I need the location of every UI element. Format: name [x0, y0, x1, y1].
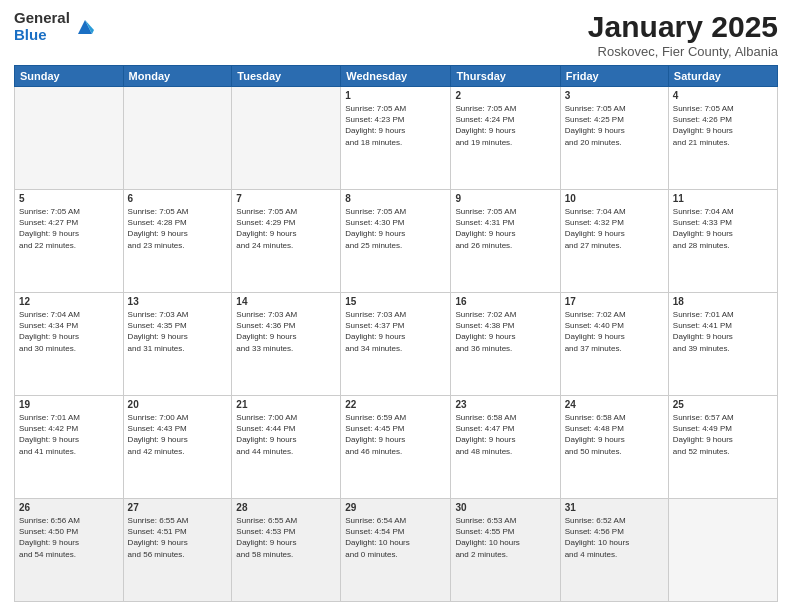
calendar-cell: 18Sunrise: 7:01 AM Sunset: 4:41 PM Dayli… [668, 293, 777, 396]
calendar-cell [15, 87, 124, 190]
calendar-cell: 20Sunrise: 7:00 AM Sunset: 4:43 PM Dayli… [123, 396, 232, 499]
weekday-header-wednesday: Wednesday [341, 66, 451, 87]
day-info: Sunrise: 7:03 AM Sunset: 4:37 PM Dayligh… [345, 309, 446, 354]
day-number: 29 [345, 502, 446, 513]
calendar-cell: 19Sunrise: 7:01 AM Sunset: 4:42 PM Dayli… [15, 396, 124, 499]
calendar-cell: 8Sunrise: 7:05 AM Sunset: 4:30 PM Daylig… [341, 190, 451, 293]
month-title: January 2025 [588, 10, 778, 44]
calendar-cell: 23Sunrise: 6:58 AM Sunset: 4:47 PM Dayli… [451, 396, 560, 499]
header: General Blue January 2025 Roskovec, Fier… [14, 10, 778, 59]
day-number: 31 [565, 502, 664, 513]
weekday-header-tuesday: Tuesday [232, 66, 341, 87]
calendar-cell: 4Sunrise: 7:05 AM Sunset: 4:26 PM Daylig… [668, 87, 777, 190]
day-info: Sunrise: 6:54 AM Sunset: 4:54 PM Dayligh… [345, 515, 446, 560]
calendar-cell: 1Sunrise: 7:05 AM Sunset: 4:23 PM Daylig… [341, 87, 451, 190]
day-number: 11 [673, 193, 773, 204]
day-info: Sunrise: 7:04 AM Sunset: 4:34 PM Dayligh… [19, 309, 119, 354]
logo: General Blue [14, 10, 96, 43]
day-number: 10 [565, 193, 664, 204]
weekday-header-monday: Monday [123, 66, 232, 87]
calendar-table: SundayMondayTuesdayWednesdayThursdayFrid… [14, 65, 778, 602]
day-info: Sunrise: 7:05 AM Sunset: 4:24 PM Dayligh… [455, 103, 555, 148]
day-info: Sunrise: 7:02 AM Sunset: 4:40 PM Dayligh… [565, 309, 664, 354]
calendar-cell: 3Sunrise: 7:05 AM Sunset: 4:25 PM Daylig… [560, 87, 668, 190]
day-number: 27 [128, 502, 228, 513]
day-number: 8 [345, 193, 446, 204]
day-info: Sunrise: 7:05 AM Sunset: 4:23 PM Dayligh… [345, 103, 446, 148]
day-number: 21 [236, 399, 336, 410]
day-number: 30 [455, 502, 555, 513]
calendar-cell: 13Sunrise: 7:03 AM Sunset: 4:35 PM Dayli… [123, 293, 232, 396]
day-info: Sunrise: 7:03 AM Sunset: 4:36 PM Dayligh… [236, 309, 336, 354]
day-info: Sunrise: 7:05 AM Sunset: 4:25 PM Dayligh… [565, 103, 664, 148]
calendar-cell: 26Sunrise: 6:56 AM Sunset: 4:50 PM Dayli… [15, 499, 124, 602]
day-info: Sunrise: 7:05 AM Sunset: 4:29 PM Dayligh… [236, 206, 336, 251]
calendar-cell: 29Sunrise: 6:54 AM Sunset: 4:54 PM Dayli… [341, 499, 451, 602]
day-info: Sunrise: 7:05 AM Sunset: 4:28 PM Dayligh… [128, 206, 228, 251]
week-row-0: 1Sunrise: 7:05 AM Sunset: 4:23 PM Daylig… [15, 87, 778, 190]
day-info: Sunrise: 7:05 AM Sunset: 4:27 PM Dayligh… [19, 206, 119, 251]
day-info: Sunrise: 7:00 AM Sunset: 4:44 PM Dayligh… [236, 412, 336, 457]
day-number: 7 [236, 193, 336, 204]
day-number: 28 [236, 502, 336, 513]
calendar-cell: 21Sunrise: 7:00 AM Sunset: 4:44 PM Dayli… [232, 396, 341, 499]
week-row-4: 26Sunrise: 6:56 AM Sunset: 4:50 PM Dayli… [15, 499, 778, 602]
day-number: 25 [673, 399, 773, 410]
day-number: 16 [455, 296, 555, 307]
day-number: 14 [236, 296, 336, 307]
weekday-header-row: SundayMondayTuesdayWednesdayThursdayFrid… [15, 66, 778, 87]
week-row-3: 19Sunrise: 7:01 AM Sunset: 4:42 PM Dayli… [15, 396, 778, 499]
day-number: 15 [345, 296, 446, 307]
week-row-2: 12Sunrise: 7:04 AM Sunset: 4:34 PM Dayli… [15, 293, 778, 396]
weekday-header-thursday: Thursday [451, 66, 560, 87]
calendar-cell: 9Sunrise: 7:05 AM Sunset: 4:31 PM Daylig… [451, 190, 560, 293]
day-number: 2 [455, 90, 555, 101]
day-info: Sunrise: 6:59 AM Sunset: 4:45 PM Dayligh… [345, 412, 446, 457]
day-number: 4 [673, 90, 773, 101]
day-info: Sunrise: 7:04 AM Sunset: 4:32 PM Dayligh… [565, 206, 664, 251]
weekday-header-sunday: Sunday [15, 66, 124, 87]
logo-blue: Blue [14, 27, 70, 44]
day-info: Sunrise: 6:52 AM Sunset: 4:56 PM Dayligh… [565, 515, 664, 560]
calendar-cell: 12Sunrise: 7:04 AM Sunset: 4:34 PM Dayli… [15, 293, 124, 396]
day-info: Sunrise: 7:05 AM Sunset: 4:26 PM Dayligh… [673, 103, 773, 148]
weekday-header-friday: Friday [560, 66, 668, 87]
calendar-cell: 14Sunrise: 7:03 AM Sunset: 4:36 PM Dayli… [232, 293, 341, 396]
calendar-cell: 31Sunrise: 6:52 AM Sunset: 4:56 PM Dayli… [560, 499, 668, 602]
day-number: 5 [19, 193, 119, 204]
calendar-cell [232, 87, 341, 190]
calendar-cell: 15Sunrise: 7:03 AM Sunset: 4:37 PM Dayli… [341, 293, 451, 396]
day-number: 23 [455, 399, 555, 410]
day-info: Sunrise: 6:55 AM Sunset: 4:51 PM Dayligh… [128, 515, 228, 560]
day-info: Sunrise: 6:58 AM Sunset: 4:47 PM Dayligh… [455, 412, 555, 457]
day-number: 9 [455, 193, 555, 204]
calendar-cell: 27Sunrise: 6:55 AM Sunset: 4:51 PM Dayli… [123, 499, 232, 602]
calendar-cell: 7Sunrise: 7:05 AM Sunset: 4:29 PM Daylig… [232, 190, 341, 293]
calendar-cell [123, 87, 232, 190]
day-info: Sunrise: 7:03 AM Sunset: 4:35 PM Dayligh… [128, 309, 228, 354]
calendar-cell: 16Sunrise: 7:02 AM Sunset: 4:38 PM Dayli… [451, 293, 560, 396]
calendar-cell: 22Sunrise: 6:59 AM Sunset: 4:45 PM Dayli… [341, 396, 451, 499]
day-info: Sunrise: 6:55 AM Sunset: 4:53 PM Dayligh… [236, 515, 336, 560]
day-info: Sunrise: 7:01 AM Sunset: 4:41 PM Dayligh… [673, 309, 773, 354]
calendar-cell: 11Sunrise: 7:04 AM Sunset: 4:33 PM Dayli… [668, 190, 777, 293]
title-block: January 2025 Roskovec, Fier County, Alba… [588, 10, 778, 59]
weekday-header-saturday: Saturday [668, 66, 777, 87]
day-info: Sunrise: 7:05 AM Sunset: 4:30 PM Dayligh… [345, 206, 446, 251]
day-number: 6 [128, 193, 228, 204]
day-number: 24 [565, 399, 664, 410]
calendar-cell: 5Sunrise: 7:05 AM Sunset: 4:27 PM Daylig… [15, 190, 124, 293]
day-info: Sunrise: 7:05 AM Sunset: 4:31 PM Dayligh… [455, 206, 555, 251]
calendar-cell: 28Sunrise: 6:55 AM Sunset: 4:53 PM Dayli… [232, 499, 341, 602]
page: General Blue January 2025 Roskovec, Fier… [0, 0, 792, 612]
calendar-cell: 24Sunrise: 6:58 AM Sunset: 4:48 PM Dayli… [560, 396, 668, 499]
day-info: Sunrise: 7:04 AM Sunset: 4:33 PM Dayligh… [673, 206, 773, 251]
calendar-cell: 30Sunrise: 6:53 AM Sunset: 4:55 PM Dayli… [451, 499, 560, 602]
calendar-cell: 17Sunrise: 7:02 AM Sunset: 4:40 PM Dayli… [560, 293, 668, 396]
calendar-cell: 25Sunrise: 6:57 AM Sunset: 4:49 PM Dayli… [668, 396, 777, 499]
day-info: Sunrise: 6:56 AM Sunset: 4:50 PM Dayligh… [19, 515, 119, 560]
day-info: Sunrise: 6:57 AM Sunset: 4:49 PM Dayligh… [673, 412, 773, 457]
logo-text: General Blue [14, 10, 70, 43]
day-info: Sunrise: 7:02 AM Sunset: 4:38 PM Dayligh… [455, 309, 555, 354]
day-number: 26 [19, 502, 119, 513]
